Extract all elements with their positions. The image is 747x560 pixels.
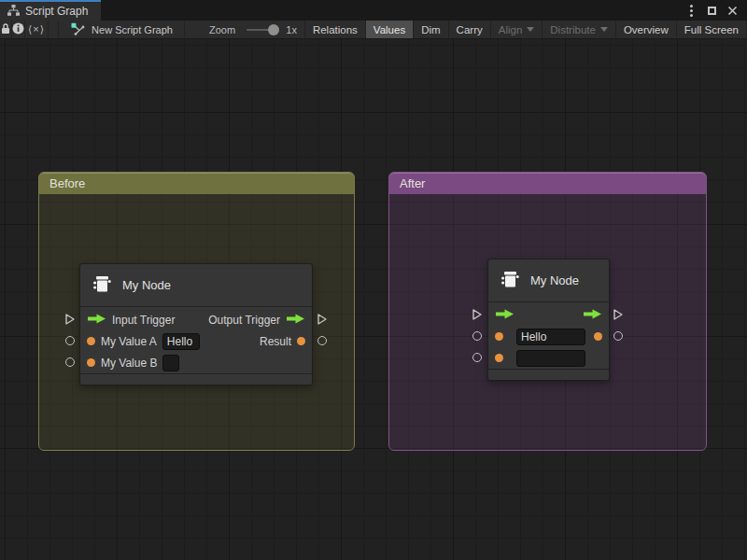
button-label: Relations: [313, 24, 358, 35]
unit-node-icon: [91, 273, 113, 299]
toolbar-button-align[interactable]: Align: [491, 21, 543, 38]
value-b-input[interactable]: [516, 350, 585, 367]
flow-output-port-icon[interactable]: [583, 309, 602, 322]
port-label-my-value-b: My Value B: [101, 357, 157, 370]
value-input-port-icon[interactable]: [495, 354, 503, 362]
tab-title: Script Graph: [25, 5, 88, 18]
port-label-output-trigger: Output Trigger: [208, 314, 280, 327]
flow-output-port-icon[interactable]: [286, 314, 305, 327]
graph-toolbar: ⟨×⟩ New Script Graph Zoom 1x Relations V…: [0, 21, 747, 39]
value-input-port-icon[interactable]: [495, 332, 503, 341]
port-label-my-value-a: My Value A: [101, 335, 157, 348]
lock-button[interactable]: [0, 21, 12, 38]
script-graph-window: Script Graph ⟨×⟩ New S: [0, 0, 747, 560]
graph-canvas[interactable]: Before After My Node Input Trigger: [0, 39, 747, 560]
menu-dots-icon[interactable]: [684, 3, 698, 18]
value-output-port-icon[interactable]: [297, 337, 305, 345]
port-label-result: Result: [260, 335, 291, 348]
button-label: Values: [374, 24, 405, 35]
node-title: My Node: [122, 278, 171, 292]
toolbar-button-fullscreen[interactable]: Full Screen: [677, 21, 747, 38]
toolbar-button-values[interactable]: Values: [366, 21, 414, 38]
external-flow-port-triangle-icon[interactable]: [472, 308, 483, 321]
flow-input-port-icon[interactable]: [495, 309, 514, 322]
code-preview-button[interactable]: ⟨×⟩: [25, 21, 49, 38]
toolbar-toggles: Relations Values Dim Carry Align Distrib…: [304, 21, 747, 38]
lock-icon: [0, 22, 11, 36]
value-b-input[interactable]: [162, 355, 179, 371]
toolbar-button-relations[interactable]: Relations: [305, 21, 366, 38]
node-header[interactable]: My Node: [80, 264, 312, 307]
graph-hierarchy-icon: [7, 5, 20, 19]
zoom-value: 1x: [286, 21, 297, 38]
group-before-header[interactable]: Before: [39, 173, 354, 194]
window-controls: [684, 0, 747, 21]
value-a-input[interactable]: [162, 333, 200, 350]
toolbar-button-carry[interactable]: Carry: [449, 21, 491, 38]
button-label: Full Screen: [684, 24, 739, 35]
external-value-port-circle-icon[interactable]: [613, 331, 623, 341]
group-before-title: Before: [49, 176, 85, 190]
value-input-port-icon[interactable]: [87, 358, 95, 367]
node-my-node-after[interactable]: My Node: [487, 259, 610, 381]
button-label: Carry: [457, 24, 483, 35]
group-after-title: After: [400, 176, 425, 190]
zoom-slider[interactable]: [247, 21, 279, 38]
port-label-input-trigger: Input Trigger: [112, 314, 175, 327]
new-script-graph-label: New Script Graph: [92, 24, 173, 35]
maximize-icon[interactable]: [704, 3, 719, 18]
value-output-port-icon[interactable]: [594, 332, 602, 341]
code-icon: ⟨×⟩: [28, 23, 45, 35]
dropdown-arrow-icon: [600, 27, 608, 32]
port-row-trigger: [488, 304, 609, 326]
port-row-trigger: Input Trigger Output Trigger: [80, 309, 312, 330]
external-value-port-circle-icon[interactable]: [65, 336, 75, 345]
port-row-value-a: [488, 326, 609, 347]
button-label: Distribute: [550, 24, 596, 35]
node-header[interactable]: My Node: [488, 259, 609, 302]
button-label: Dim: [421, 24, 440, 35]
value-a-input[interactable]: [516, 329, 585, 345]
node-my-node-before[interactable]: My Node Input Trigger Output Trigger My …: [79, 263, 313, 385]
node-footer: [80, 373, 312, 385]
new-script-graph-button[interactable]: New Script Graph: [58, 21, 185, 38]
toolbar-button-distribute[interactable]: Distribute: [543, 21, 616, 38]
port-row-value-b: [488, 347, 609, 369]
group-after-header[interactable]: After: [389, 173, 706, 194]
info-button[interactable]: [12, 21, 25, 38]
external-value-port-circle-icon[interactable]: [472, 331, 482, 341]
external-flow-port-triangle-icon[interactable]: [317, 313, 328, 326]
external-value-port-circle-icon[interactable]: [65, 357, 75, 367]
zoom-slider-handle[interactable]: [268, 24, 279, 35]
external-value-port-circle-icon[interactable]: [317, 336, 327, 345]
toolbar-button-dim[interactable]: Dim: [414, 21, 448, 38]
external-flow-port-triangle-icon[interactable]: [613, 308, 624, 321]
node-body: [488, 302, 609, 369]
dropdown-arrow-icon: [527, 27, 534, 32]
tab-bar: Script Graph: [0, 0, 747, 21]
close-icon[interactable]: [725, 3, 740, 18]
unit-node-icon: [499, 268, 521, 294]
node-body: Input Trigger Output Trigger My Value A …: [80, 307, 312, 373]
button-label: Overview: [624, 24, 669, 35]
port-row-value-b: My Value B: [80, 352, 312, 373]
node-title: My Node: [530, 273, 579, 287]
button-label: Align: [499, 24, 523, 35]
node-footer: [488, 369, 609, 380]
script-graph-icon: [70, 22, 85, 37]
flow-input-port-icon[interactable]: [87, 314, 106, 327]
tab-script-graph[interactable]: Script Graph: [0, 0, 101, 21]
external-flow-port-triangle-icon[interactable]: [64, 313, 76, 326]
zoom-label: Zoom: [209, 21, 235, 38]
port-row-value-a: My Value A Result: [80, 330, 312, 352]
info-icon: [12, 22, 24, 36]
external-value-port-circle-icon[interactable]: [472, 353, 482, 362]
value-input-port-icon[interactable]: [87, 337, 95, 345]
toolbar-button-overview[interactable]: Overview: [616, 21, 677, 38]
